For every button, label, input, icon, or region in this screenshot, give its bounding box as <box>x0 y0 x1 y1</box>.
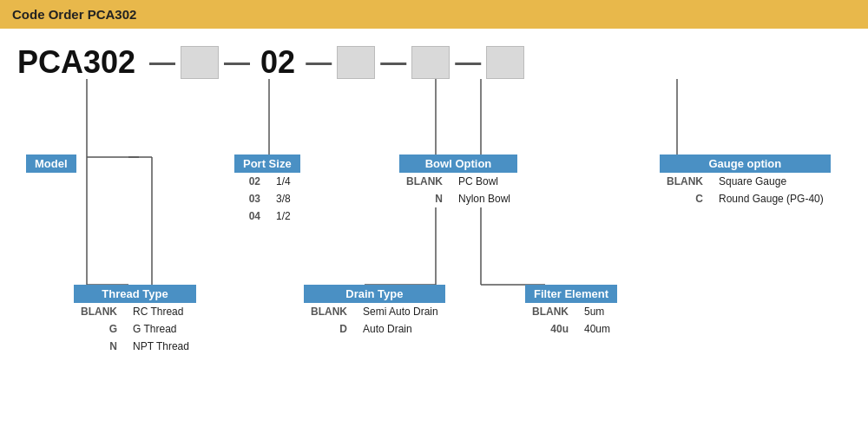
filter-element-table: BLANK5um40u40um <box>525 303 617 338</box>
option-desc: Nylon Bowl <box>451 190 517 207</box>
header-title: Code Order PCA302 <box>12 7 136 22</box>
main-content: PCA302 — — 02 — — — <box>0 29 868 434</box>
port-size-label: Port Size <box>234 155 300 173</box>
option-desc: 1/2 <box>269 207 298 225</box>
option-desc: 40um <box>577 320 617 338</box>
dash2: — <box>224 48 250 77</box>
table-row: BLANKSemi Auto Drain <box>304 303 445 320</box>
section-gauge-option: Gauge option BLANKSquare GaugeCRound Gau… <box>660 155 831 207</box>
option-desc: PC Bowl <box>451 173 517 190</box>
option-desc: Auto Drain <box>356 320 445 338</box>
table-row: 033/8 <box>234 190 298 207</box>
option-desc: 1/4 <box>269 173 298 190</box>
bowl-option-table: BLANKPC BowlNNylon Bowl <box>399 173 517 207</box>
option-code: BLANK <box>660 173 712 190</box>
drain-type-label: Drain Type <box>304 285 445 303</box>
bowl-option-label: Bowl Option <box>399 155 517 173</box>
thread-type-table: BLANKRC ThreadGG ThreadNNPT Thread <box>74 303 196 355</box>
option-desc: 3/8 <box>269 190 298 207</box>
table-row: CRound Gauge (PG-40) <box>660 190 831 207</box>
option-code: BLANK <box>525 303 577 320</box>
option-code: BLANK <box>74 303 126 320</box>
dash5: — <box>455 48 481 77</box>
dash4: — <box>380 48 406 77</box>
section-filter-element: Filter Element BLANK5um40u40um <box>525 285 617 338</box>
drain-type-table: BLANKSemi Auto DrainDAuto Drain <box>304 303 445 338</box>
model-label: PCA302 <box>17 44 135 81</box>
port-size-value: 02 <box>260 44 295 81</box>
table-row: DAuto Drain <box>304 320 445 338</box>
section-thread-type: Thread Type BLANKRC ThreadGG ThreadNNPT … <box>74 285 196 355</box>
option-code: BLANK <box>399 173 451 190</box>
option-code: D <box>304 320 356 338</box>
section-port-size: Port Size 021/4033/8041/2 <box>234 155 300 225</box>
option-code: C <box>660 190 712 207</box>
input-box-gauge[interactable] <box>486 46 524 79</box>
input-box-bowl[interactable] <box>337 46 375 79</box>
table-row: 041/2 <box>234 207 298 225</box>
section-bowl-option: Bowl Option BLANKPC BowlNNylon Bowl <box>399 155 517 207</box>
table-row: 021/4 <box>234 173 298 190</box>
table-row: NNylon Bowl <box>399 190 517 207</box>
option-desc: Semi Auto Drain <box>356 303 445 320</box>
option-desc: 5um <box>577 303 617 320</box>
input-box-filter[interactable] <box>411 46 450 79</box>
option-code: N <box>399 190 451 207</box>
table-row: BLANKSquare Gauge <box>660 173 831 190</box>
table-row: NNPT Thread <box>74 338 196 355</box>
table-row: BLANK5um <box>525 303 617 320</box>
section-model: Model <box>26 155 76 173</box>
option-code: BLANK <box>304 303 356 320</box>
thread-type-label: Thread Type <box>74 285 196 303</box>
page-wrapper: Code Order PCA302 PCA302 — — 02 — — — <box>0 0 868 434</box>
input-box-thread[interactable] <box>181 46 219 79</box>
table-row: BLANKRC Thread <box>74 303 196 320</box>
port-size-table: 021/4033/8041/2 <box>234 173 298 225</box>
table-row: BLANKPC Bowl <box>399 173 517 190</box>
option-code: 03 <box>234 190 269 207</box>
option-code: 04 <box>234 207 269 225</box>
option-code: G <box>74 320 126 338</box>
option-desc: NPT Thread <box>126 338 196 355</box>
option-code: 02 <box>234 173 269 190</box>
gauge-option-table: BLANKSquare GaugeCRound Gauge (PG-40) <box>660 173 831 207</box>
option-desc: G Thread <box>126 320 196 338</box>
option-code: 40u <box>525 320 577 338</box>
connector-lines <box>0 29 868 434</box>
filter-element-label: Filter Element <box>525 285 617 303</box>
option-desc: Round Gauge (PG-40) <box>712 190 831 207</box>
dash3: — <box>306 48 332 77</box>
top-row: PCA302 — — 02 — — — <box>17 44 851 81</box>
option-desc: Square Gauge <box>712 173 831 190</box>
table-row: GG Thread <box>74 320 196 338</box>
table-row: 40u40um <box>525 320 617 338</box>
header: Code Order PCA302 <box>0 0 868 29</box>
dash1: — <box>149 48 175 77</box>
option-code: N <box>74 338 126 355</box>
model-section-label: Model <box>26 155 76 173</box>
option-desc: RC Thread <box>126 303 196 320</box>
gauge-option-label: Gauge option <box>660 155 831 173</box>
section-drain-type: Drain Type BLANKSemi Auto DrainDAuto Dra… <box>304 285 445 338</box>
